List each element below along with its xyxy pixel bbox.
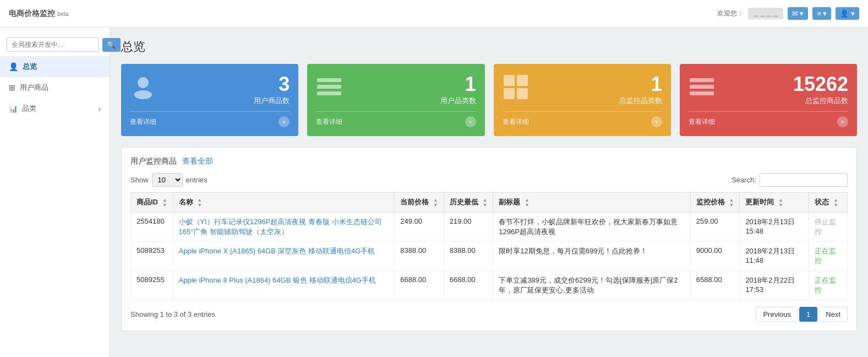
col-current-price[interactable]: 当前价格 ▲▼	[395, 193, 444, 213]
total-product-detail-link[interactable]: 查看详细	[689, 117, 715, 127]
cell-monitor-price-1: 9000.00	[690, 241, 740, 271]
product-name-link-2[interactable]: Apple iPhone 8 Plus (A1864) 64GB 银色 移动联通…	[179, 276, 376, 284]
total-product-count-label: 总监控商品数	[793, 96, 848, 106]
total-category-detail-link[interactable]: 查看详细	[503, 117, 529, 127]
stat-card-user-product-top: 3 用户商品数	[130, 73, 290, 106]
welcome-label: 欢迎您：	[717, 9, 744, 18]
stat-card-total-category-top: 1 总监控品类数	[503, 73, 662, 106]
cell-status-1: 正在监控	[809, 241, 848, 271]
table-section: 用户监控商品 查看全部 Show 10 25 50 100 entries S	[121, 147, 857, 331]
cell-monitor-price-0: 259.00	[690, 212, 740, 241]
table-row: 5089255 Apple iPhone 8 Plus (A1864) 64GB…	[131, 271, 848, 300]
cell-history-low-0: 219.00	[444, 212, 493, 241]
stat-card-total-category-footer: 查看详细 +	[503, 111, 662, 127]
cell-status-2: 正在监控	[809, 271, 848, 300]
svg-rect-3	[317, 85, 341, 89]
page-1-button[interactable]: 1	[799, 307, 817, 322]
col-subtitle-label: 副标题	[499, 198, 520, 206]
sidebar-item-category-label: 品类	[22, 104, 36, 113]
beta-badge: beta	[57, 11, 69, 17]
overview-icon: 👤	[9, 62, 18, 71]
cell-current-price-1: 8388.00	[395, 241, 444, 271]
cell-subtitle-0: 春节不打烊，小蚁品牌新年狂欢价，祝大家新春万事如意 1296P超高清夜视	[493, 212, 691, 241]
previous-button[interactable]: Previous	[756, 307, 798, 322]
col-monitor-price-label: 监控价格	[696, 198, 725, 206]
product-name-link-0[interactable]: 小蚁（YI）行车记录仪1296P超高清夜视 青春版 小米生态链公司 165°广角…	[179, 218, 382, 236]
user-product-count-value: 3	[254, 73, 290, 96]
main-layout: 🔍 👤 总览 ⊞ 用户商品 📊 品类 › 总览	[0, 28, 868, 357]
show-entries-control: Show 10 25 50 100 entries	[130, 173, 208, 187]
table-header-row: 商品ID ▲▼ 名称 ▲▼ 当前价格 ▲▼ 历史最低	[131, 193, 848, 213]
table-search-input[interactable]	[760, 173, 848, 187]
app-title: 电商价格监控 beta	[9, 9, 68, 19]
stat-card-user-category-top: 1 用户品类数	[316, 73, 476, 106]
sort-history-low-icon: ▲▼	[482, 198, 487, 208]
col-history-low[interactable]: 历史最低 ▲▼	[444, 193, 493, 213]
next-button[interactable]: Next	[818, 307, 848, 322]
search-input[interactable]	[7, 37, 99, 52]
cell-update-time-0: 2018年2月13日 15:48	[740, 212, 809, 241]
col-name[interactable]: 名称 ▲▼	[173, 193, 395, 213]
top-navbar: 电商价格监控 beta 欢迎您： ＿＿＿＿ ✉ ▾ ≡ ▾ 👤 ▾	[0, 0, 868, 28]
table-controls: Show 10 25 50 100 entries Search:	[130, 173, 848, 187]
sidebar-item-overview[interactable]: 👤 总览	[0, 56, 110, 77]
stat-card-user-product-footer: 查看详细 +	[130, 111, 290, 127]
stat-card-total-product-top: 15262 总监控商品数	[689, 73, 848, 106]
sidebar-item-user-products-label: 用户商品	[20, 83, 48, 93]
sort-subtitle-icon: ▲▼	[525, 198, 529, 208]
sort-name-icon: ▲▼	[197, 198, 202, 208]
email-icon-btn[interactable]: ✉ ▾	[788, 7, 809, 20]
stat-card-total-category: 1 总监控品类数 查看详细 +	[494, 64, 671, 136]
table-body: 2554180 小蚁（YI）行车记录仪1296P超高清夜视 青春版 小米生态链公…	[131, 212, 848, 300]
table-section-title: 用户监控商品 查看全部	[130, 156, 213, 166]
stat-card-total-product-value-wrap: 15262 总监控商品数	[793, 73, 848, 106]
sidebar-item-category[interactable]: 📊 品类 ›	[0, 98, 110, 119]
col-update-time[interactable]: 更新时间 ▲▼	[740, 193, 809, 213]
user-category-count-value: 1	[440, 73, 476, 96]
cell-product-id-0: 2554180	[131, 212, 173, 241]
cell-name-2: Apple iPhone 8 Plus (A1864) 64GB 银色 移动联通…	[173, 271, 395, 300]
user-products-icon: ⊞	[9, 83, 15, 92]
total-product-count-value: 15262	[793, 73, 848, 96]
user-category-detail-link[interactable]: 查看详细	[316, 117, 342, 127]
user-icon-btn[interactable]: 👤 ▾	[836, 7, 859, 20]
cell-update-time-2: 2018年2月22日 17:53	[740, 271, 809, 300]
sidebar-item-user-products[interactable]: ⊞ 用户商品	[0, 77, 110, 98]
table-header-row: 用户监控商品 查看全部	[130, 156, 848, 166]
menu-icon-btn[interactable]: ≡ ▾	[812, 7, 831, 20]
user-product-count-label: 用户商品数	[254, 96, 290, 106]
user-product-plus-icon: +	[279, 116, 290, 127]
col-product-id[interactable]: 商品ID ▲▼	[131, 193, 173, 213]
page-title: 总览	[121, 39, 857, 55]
table-search-control: Search:	[731, 173, 848, 187]
show-label: Show	[130, 176, 149, 184]
entries-select[interactable]: 10 25 50 100	[152, 173, 183, 187]
table-row: 5089253 Apple iPhone X (A1865) 64GB 深空灰色…	[131, 241, 848, 271]
user-product-icon	[130, 74, 156, 105]
entries-label: entries	[186, 176, 208, 184]
sidebar-item-overview-label: 总览	[23, 62, 37, 72]
pagination-row: Showing 1 to 3 of 3 entries Previous 1 N…	[130, 307, 848, 322]
cell-subtitle-1: 限时享12期免息，每月仅需699元！点此抢券！	[493, 241, 691, 271]
col-subtitle[interactable]: 副标题 ▲▼	[493, 193, 691, 213]
user-category-icon	[316, 76, 342, 103]
app-title-text: 电商价格监控	[9, 9, 55, 18]
col-status[interactable]: 状态 ▲▼	[809, 193, 848, 213]
svg-rect-5	[504, 75, 515, 86]
col-product-id-label: 商品ID	[137, 198, 158, 206]
sort-status-icon: ▲▼	[833, 198, 838, 208]
total-product-plus-icon: +	[837, 116, 848, 127]
cell-product-id-1: 5089253	[131, 241, 173, 271]
col-update-time-label: 更新时间	[745, 198, 774, 206]
cell-subtitle-2: 下单立减389元，成交价6299元！勾选[保障服务]原厂保2年，原厂延保更安心,…	[493, 271, 691, 300]
sort-product-id-icon: ▲▼	[162, 198, 167, 208]
cell-monitor-price-2: 6588.00	[690, 271, 740, 300]
col-status-label: 状态	[815, 198, 829, 206]
col-monitor-price[interactable]: 监控价格 ▲▼	[690, 193, 740, 213]
cell-status-0: 停止监控	[809, 212, 848, 241]
user-product-detail-link[interactable]: 查看详细	[130, 117, 156, 127]
product-name-link-1[interactable]: Apple iPhone X (A1865) 64GB 深空灰色 移动联通电信4…	[179, 247, 375, 255]
topnav-left: 电商价格监控 beta	[9, 9, 68, 19]
cell-current-price-0: 249.00	[395, 212, 444, 241]
view-all-link[interactable]: 查看全部	[182, 156, 213, 165]
